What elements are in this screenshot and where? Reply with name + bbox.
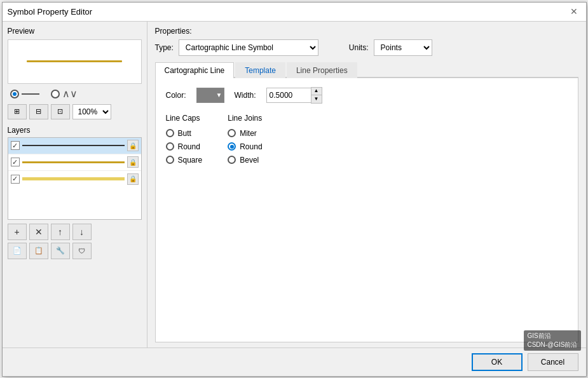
layers-list: ✓ 🔒 ✓ 🔒 ✓ <box>8 137 142 220</box>
dialog-footer: OK Cancel <box>3 348 586 376</box>
symbol-type-solid[interactable] <box>10 90 39 98</box>
color-width-row: Color: ▼ Width: ▲ ▼ <box>166 87 568 104</box>
round-cap-radio[interactable] <box>166 142 174 151</box>
properties-label: Properties: <box>155 27 578 36</box>
dialog-body: Preview ∧∨ ⊞ ⊟ ⊡ 100% <box>3 22 586 348</box>
zoom-in-button[interactable]: ⊞ <box>8 104 27 119</box>
layer-item[interactable]: ✓ 🔒 <box>8 171 141 187</box>
symbol-type-row: ∧∨ <box>8 89 142 99</box>
lock-icon[interactable]: 🔒 <box>127 173 139 185</box>
shield-button[interactable]: 🛡 <box>72 243 92 259</box>
tabs-row: Cartographic Line Template Line Properti… <box>155 61 578 78</box>
layers-label: Layers <box>8 126 142 135</box>
bevel-radio[interactable] <box>228 156 236 164</box>
preview-label: Preview <box>8 27 142 36</box>
right-panel: Properties: Type: Cartographic Line Symb… <box>147 22 586 348</box>
lock-icon[interactable]: 🔒 <box>127 156 139 168</box>
units-label: Units: <box>349 43 369 52</box>
layer-item[interactable]: ✓ 🔒 <box>8 138 141 154</box>
edit-layer-button[interactable]: 🔧 <box>51 243 70 259</box>
ok-button[interactable]: OK <box>472 353 523 371</box>
color-label: Color: <box>166 91 186 100</box>
line-cap-butt[interactable]: Butt <box>166 129 203 138</box>
square-radio[interactable] <box>166 156 174 164</box>
caps-joins-row: Line Caps Butt Round Square <box>166 114 568 166</box>
square-label: Square <box>178 156 203 165</box>
move-up-button[interactable]: ↑ <box>51 224 70 240</box>
line-join-round[interactable]: Round <box>228 142 262 151</box>
line-cap-round[interactable]: Round <box>166 142 203 151</box>
layer-item[interactable]: ✓ 🔒 <box>8 154 141 171</box>
title-bar: Symbol Property Editor ✕ <box>3 3 586 22</box>
layer-checkbox[interactable]: ✓ <box>11 141 20 150</box>
tab-line-properties[interactable]: Line Properties <box>287 62 357 78</box>
copy-layer-button[interactable]: 📄 <box>8 243 27 259</box>
width-input-group: ▲ ▼ <box>266 87 322 104</box>
layer-extra-buttons: 📄 📋 🔧 🛡 <box>8 243 142 259</box>
cancel-button[interactable]: Cancel <box>528 353 578 371</box>
tab-cartographic-line[interactable]: Cartographic Line <box>155 62 235 78</box>
type-select[interactable]: Cartographic Line Symbol Simple Line Sym… <box>179 39 318 56</box>
width-input[interactable] <box>266 88 311 103</box>
line-caps-section: Line Caps Butt Round Square <box>166 114 203 166</box>
zigzag-icon: ∧∨ <box>62 89 78 99</box>
type-label: Type: <box>155 43 174 52</box>
zoom-reset-button[interactable]: ⊡ <box>51 104 70 119</box>
spinner-up-button[interactable]: ▲ <box>311 88 322 95</box>
bevel-label: Bevel <box>240 156 259 165</box>
line-joins-label: Line Joins <box>228 114 262 123</box>
line-caps-label: Line Caps <box>166 114 203 123</box>
left-panel: Preview ∧∨ ⊞ ⊟ ⊡ 100% <box>3 22 147 348</box>
round-join-radio[interactable] <box>228 142 236 151</box>
lock-icon[interactable]: 🔒 <box>127 140 139 151</box>
miter-label: Miter <box>240 129 257 138</box>
add-layer-button[interactable]: + <box>8 224 27 240</box>
type-row: Type: Cartographic Line Symbol Simple Li… <box>155 39 578 56</box>
width-spinner: ▲ ▼ <box>311 87 322 104</box>
round-join-label: Round <box>240 142 262 151</box>
solid-line-icon <box>22 93 39 95</box>
line-joins-section: Line Joins Miter Round Bevel <box>228 114 262 166</box>
move-down-button[interactable]: ↓ <box>72 224 92 240</box>
line-join-miter[interactable]: Miter <box>228 129 262 138</box>
color-dropdown-arrow-icon: ▼ <box>216 91 222 98</box>
miter-radio[interactable] <box>228 129 236 137</box>
units-select[interactable]: Points Pixels Millimeters Inches <box>374 39 432 56</box>
zoom-out-button[interactable]: ⊟ <box>29 104 48 119</box>
close-button[interactable]: ✕ <box>567 4 581 18</box>
symbol-property-editor-dialog: Symbol Property Editor ✕ Preview ∧∨ ⊞ <box>2 2 587 377</box>
zoom-row: ⊞ ⊟ ⊡ 100% 50% 200% <box>8 104 142 119</box>
butt-radio[interactable] <box>166 129 174 137</box>
butt-label: Butt <box>178 129 191 138</box>
solid-radio[interactable] <box>10 90 19 98</box>
dialog-title: Symbol Property Editor <box>8 7 93 17</box>
zigzag-radio[interactable] <box>51 90 60 98</box>
preview-area <box>8 39 142 84</box>
round-cap-label: Round <box>178 142 200 151</box>
spinner-down-button[interactable]: ▼ <box>311 95 322 103</box>
layer-preview <box>22 158 125 166</box>
remove-layer-button[interactable]: ✕ <box>29 224 48 240</box>
zoom-select[interactable]: 100% 50% 200% <box>72 104 111 119</box>
width-label: Width: <box>235 91 256 100</box>
paste-layer-button[interactable]: 📋 <box>29 243 48 259</box>
preview-line <box>27 60 122 62</box>
color-swatch[interactable]: ▼ <box>196 88 224 103</box>
layer-checkbox[interactable]: ✓ <box>11 158 20 166</box>
layer-action-buttons: + ✕ ↑ ↓ <box>8 224 142 240</box>
layer-preview <box>22 141 125 150</box>
symbol-type-zigzag[interactable]: ∧∨ <box>51 89 78 99</box>
tab-template[interactable]: Template <box>235 62 285 78</box>
layer-checkbox[interactable]: ✓ <box>11 175 20 184</box>
line-join-bevel[interactable]: Bevel <box>228 156 262 165</box>
line-cap-square[interactable]: Square <box>166 156 203 165</box>
tab-content: Color: ▼ Width: ▲ ▼ <box>155 78 578 342</box>
layer-preview <box>22 175 125 184</box>
